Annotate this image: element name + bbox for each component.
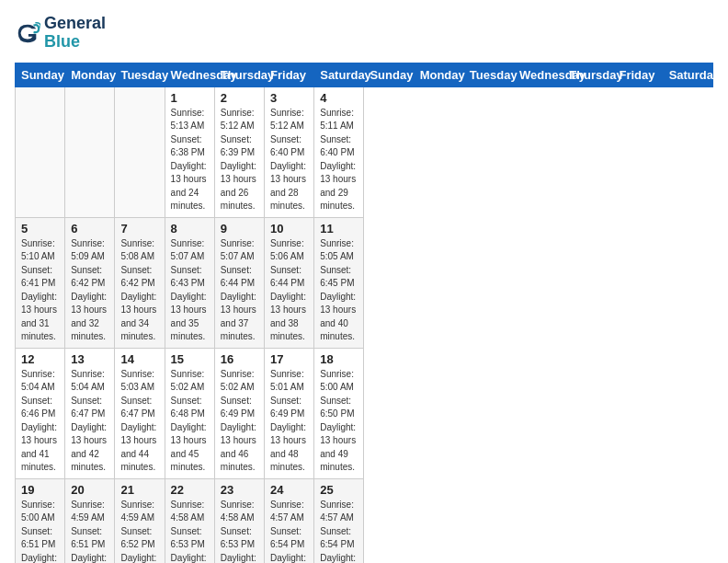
- page-header: General Blue: [15, 15, 713, 52]
- day-number: 10: [270, 222, 308, 236]
- calendar-cell: [65, 86, 115, 217]
- day-number: 4: [320, 91, 358, 105]
- day-detail: Sunrise: 4:58 AM Sunset: 6:53 PM Dayligh…: [221, 499, 258, 563]
- day-detail: Sunrise: 4:57 AM Sunset: 6:54 PM Dayligh…: [320, 499, 358, 563]
- calendar-cell: 22Sunrise: 4:58 AM Sunset: 6:53 PM Dayli…: [165, 478, 214, 563]
- calendar-cell: 4Sunrise: 5:11 AM Sunset: 6:40 PM Daylig…: [314, 86, 364, 217]
- day-header-wednesday: Wednesday: [514, 63, 563, 86]
- day-number: 25: [320, 483, 358, 497]
- day-number: 21: [120, 483, 158, 497]
- calendar-cell: 5Sunrise: 5:10 AM Sunset: 6:41 PM Daylig…: [16, 217, 65, 348]
- day-header-tuesday: Tuesday: [115, 63, 165, 86]
- day-header-sunday: Sunday: [16, 63, 65, 86]
- day-detail: Sunrise: 5:05 AM Sunset: 6:45 PM Dayligh…: [320, 237, 358, 344]
- day-header-tuesday: Tuesday: [463, 63, 513, 86]
- day-detail: Sunrise: 5:00 AM Sunset: 6:50 PM Dayligh…: [320, 368, 358, 475]
- day-detail: Sunrise: 4:59 AM Sunset: 6:51 PM Dayligh…: [71, 499, 108, 563]
- day-number: 16: [221, 352, 258, 366]
- day-detail: Sunrise: 5:13 AM Sunset: 6:38 PM Dayligh…: [171, 107, 209, 213]
- day-header-saturday: Saturday: [314, 63, 364, 86]
- day-header-saturday: Saturday: [663, 63, 712, 86]
- calendar-cell: 10Sunrise: 5:06 AM Sunset: 6:44 PM Dayli…: [265, 217, 314, 348]
- calendar-cell: 15Sunrise: 5:02 AM Sunset: 6:48 PM Dayli…: [165, 348, 214, 478]
- day-detail: Sunrise: 5:02 AM Sunset: 6:48 PM Dayligh…: [171, 368, 209, 475]
- logo: General Blue: [15, 15, 106, 52]
- day-number: 14: [120, 352, 158, 366]
- day-number: 13: [71, 352, 108, 366]
- day-detail: Sunrise: 5:01 AM Sunset: 6:49 PM Dayligh…: [270, 368, 308, 475]
- day-number: 6: [71, 222, 108, 236]
- day-detail: Sunrise: 5:12 AM Sunset: 6:40 PM Dayligh…: [270, 107, 308, 213]
- day-detail: Sunrise: 5:12 AM Sunset: 6:39 PM Dayligh…: [221, 107, 258, 213]
- calendar-table: SundayMondayTuesdayWednesdayThursdayFrid…: [15, 63, 713, 563]
- calendar-cell: 24Sunrise: 4:57 AM Sunset: 6:54 PM Dayli…: [265, 478, 314, 563]
- calendar-cell: [16, 86, 65, 217]
- week-row-3: 12Sunrise: 5:04 AM Sunset: 6:46 PM Dayli…: [16, 348, 713, 478]
- week-row-4: 19Sunrise: 5:00 AM Sunset: 6:51 PM Dayli…: [16, 478, 713, 563]
- day-number: 3: [270, 91, 308, 105]
- day-number: 18: [320, 352, 358, 366]
- day-number: 17: [270, 352, 308, 366]
- calendar-cell: 17Sunrise: 5:01 AM Sunset: 6:49 PM Dayli…: [265, 348, 314, 478]
- day-number: 15: [171, 352, 209, 366]
- day-header-monday: Monday: [414, 63, 463, 86]
- day-detail: Sunrise: 5:06 AM Sunset: 6:44 PM Dayligh…: [270, 237, 308, 344]
- day-number: 2: [221, 91, 258, 105]
- day-detail: Sunrise: 5:07 AM Sunset: 6:43 PM Dayligh…: [171, 237, 209, 344]
- calendar-cell: 18Sunrise: 5:00 AM Sunset: 6:50 PM Dayli…: [314, 348, 364, 478]
- day-number: 9: [221, 222, 258, 236]
- day-number: 5: [21, 222, 59, 236]
- day-number: 11: [320, 222, 358, 236]
- calendar-cell: 19Sunrise: 5:00 AM Sunset: 6:51 PM Dayli…: [16, 478, 65, 563]
- calendar-cell: 23Sunrise: 4:58 AM Sunset: 6:53 PM Dayli…: [214, 478, 264, 563]
- day-header-friday: Friday: [265, 63, 314, 86]
- day-header-monday: Monday: [65, 63, 115, 86]
- day-detail: Sunrise: 5:04 AM Sunset: 6:47 PM Dayligh…: [71, 368, 108, 475]
- calendar-cell: 1Sunrise: 5:13 AM Sunset: 6:38 PM Daylig…: [165, 86, 214, 217]
- day-detail: Sunrise: 4:58 AM Sunset: 6:53 PM Dayligh…: [171, 499, 209, 563]
- calendar-cell: 7Sunrise: 5:08 AM Sunset: 6:42 PM Daylig…: [115, 217, 165, 348]
- calendar-cell: 14Sunrise: 5:03 AM Sunset: 6:47 PM Dayli…: [115, 348, 165, 478]
- calendar-cell: 16Sunrise: 5:02 AM Sunset: 6:49 PM Dayli…: [214, 348, 264, 478]
- day-number: 22: [171, 483, 209, 497]
- calendar-cell: 6Sunrise: 5:09 AM Sunset: 6:42 PM Daylig…: [65, 217, 115, 348]
- calendar-cell: 9Sunrise: 5:07 AM Sunset: 6:44 PM Daylig…: [214, 217, 264, 348]
- week-row-2: 5Sunrise: 5:10 AM Sunset: 6:41 PM Daylig…: [16, 217, 713, 348]
- day-number: 8: [171, 222, 209, 236]
- calendar-cell: 13Sunrise: 5:04 AM Sunset: 6:47 PM Dayli…: [65, 348, 115, 478]
- logo-icon: [15, 20, 40, 46]
- calendar-cell: 3Sunrise: 5:12 AM Sunset: 6:40 PM Daylig…: [265, 86, 314, 217]
- header-row: SundayMondayTuesdayWednesdayThursdayFrid…: [16, 63, 713, 86]
- day-detail: Sunrise: 5:08 AM Sunset: 6:42 PM Dayligh…: [120, 237, 158, 344]
- day-header-sunday: Sunday: [364, 63, 414, 86]
- day-detail: Sunrise: 4:57 AM Sunset: 6:54 PM Dayligh…: [270, 499, 308, 563]
- day-detail: Sunrise: 5:00 AM Sunset: 6:51 PM Dayligh…: [21, 499, 59, 563]
- day-detail: Sunrise: 4:59 AM Sunset: 6:52 PM Dayligh…: [120, 499, 158, 563]
- calendar-cell: 8Sunrise: 5:07 AM Sunset: 6:43 PM Daylig…: [165, 217, 214, 348]
- day-number: 19: [21, 483, 59, 497]
- calendar-cell: [115, 86, 165, 217]
- logo-text: General Blue: [44, 15, 106, 52]
- day-number: 1: [171, 91, 209, 105]
- calendar-cell: 20Sunrise: 4:59 AM Sunset: 6:51 PM Dayli…: [65, 478, 115, 563]
- calendar-cell: 25Sunrise: 4:57 AM Sunset: 6:54 PM Dayli…: [314, 478, 364, 563]
- day-detail: Sunrise: 5:10 AM Sunset: 6:41 PM Dayligh…: [21, 237, 59, 344]
- calendar-cell: 11Sunrise: 5:05 AM Sunset: 6:45 PM Dayli…: [314, 217, 364, 348]
- day-header-thursday: Thursday: [563, 63, 613, 86]
- day-number: 24: [270, 483, 308, 497]
- day-detail: Sunrise: 5:09 AM Sunset: 6:42 PM Dayligh…: [71, 237, 108, 344]
- calendar-cell: 21Sunrise: 4:59 AM Sunset: 6:52 PM Dayli…: [115, 478, 165, 563]
- day-number: 23: [221, 483, 258, 497]
- week-row-1: 1Sunrise: 5:13 AM Sunset: 6:38 PM Daylig…: [16, 86, 713, 217]
- day-detail: Sunrise: 5:07 AM Sunset: 6:44 PM Dayligh…: [221, 237, 258, 344]
- day-header-thursday: Thursday: [214, 63, 264, 86]
- day-number: 7: [120, 222, 158, 236]
- day-number: 12: [21, 352, 59, 366]
- day-detail: Sunrise: 5:11 AM Sunset: 6:40 PM Dayligh…: [320, 107, 358, 213]
- day-number: 20: [71, 483, 108, 497]
- calendar-cell: 2Sunrise: 5:12 AM Sunset: 6:39 PM Daylig…: [214, 86, 264, 217]
- day-header-wednesday: Wednesday: [165, 63, 214, 86]
- day-detail: Sunrise: 5:02 AM Sunset: 6:49 PM Dayligh…: [221, 368, 258, 475]
- calendar-cell: 12Sunrise: 5:04 AM Sunset: 6:46 PM Dayli…: [16, 348, 65, 478]
- day-header-friday: Friday: [613, 63, 663, 86]
